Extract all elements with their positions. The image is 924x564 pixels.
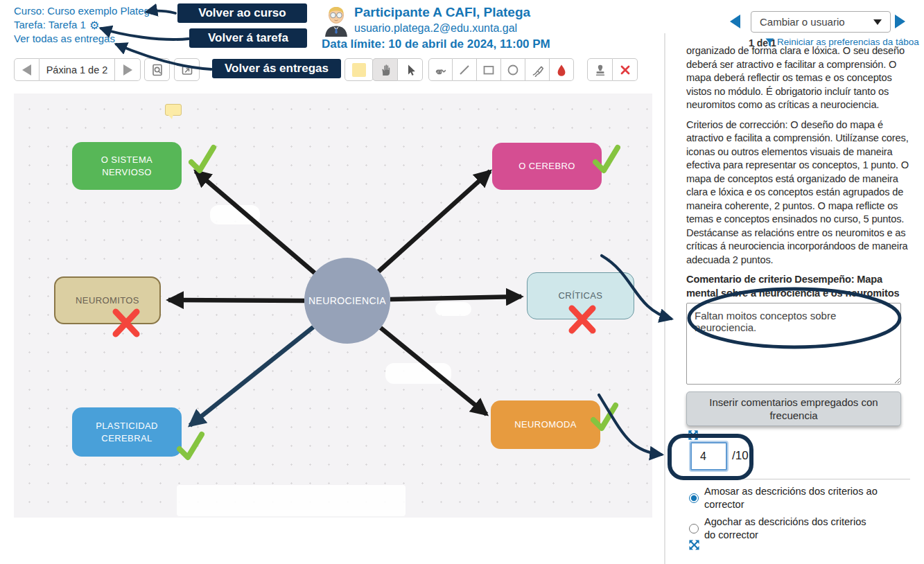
select-tool-button[interactable] <box>398 58 423 81</box>
radio-show-input[interactable] <box>689 493 699 503</box>
radio-show-descriptions: Amosar as descricións dos criterios ao c… <box>689 485 879 511</box>
radio-show-label[interactable]: Amosar as descricións dos criterios ao c… <box>704 485 879 511</box>
search-document-icon <box>150 63 164 77</box>
gear-icon[interactable]: ⚙ <box>89 19 99 32</box>
callout-back-task: Volver á tarefa <box>189 28 307 48</box>
eraser-patch <box>435 302 471 316</box>
prev-page-icon <box>22 64 31 76</box>
droplet-icon <box>555 63 568 77</box>
search-comments-button[interactable] <box>144 58 170 81</box>
pen-scribble-icon <box>434 63 448 77</box>
rectangle-tool-button[interactable] <box>477 58 501 81</box>
panel-scrollbar[interactable] <box>664 33 665 564</box>
hand-tool-button[interactable] <box>372 58 398 81</box>
expand-group <box>174 58 200 81</box>
next-user-icon[interactable] <box>895 15 905 28</box>
insert-frequent-comments-button[interactable]: Inserir comentarios empregados con frecu… <box>686 391 901 426</box>
avatar <box>323 5 349 37</box>
mindmap-node-neuromitos: NEUROMITOS <box>54 276 161 324</box>
expand-icon <box>180 63 194 77</box>
pen-tool-button[interactable] <box>428 58 453 81</box>
participant-email: usuario.platega.2@edu.xunta.gal <box>354 22 517 35</box>
comment-colour-group <box>345 58 374 81</box>
stamp-icon <box>593 63 607 77</box>
grading-app: Curso: Curso exemplo Platega Tarefa: Tar… <box>0 0 924 564</box>
radio-hide-descriptions: Agochar as descricións dos criterios do … <box>689 515 879 542</box>
callout-back-submissions: Volver ás entregas <box>212 59 341 78</box>
criteria-paragraph: Criterios de corrección: O deseño do map… <box>686 118 910 267</box>
move-icon[interactable] <box>688 430 699 441</box>
eraser-patch <box>177 485 406 516</box>
task-link-row: Tarefa: Tarefa 1⚙ <box>14 19 99 32</box>
search-comments-group <box>144 58 170 81</box>
prev-page-button[interactable] <box>14 58 40 81</box>
grade-input[interactable] <box>690 442 727 470</box>
line-icon <box>457 63 471 77</box>
check-icon[interactable] <box>189 143 216 175</box>
cursor-icon <box>403 63 417 77</box>
page-indicator[interactable]: Páxina 1 de 2 <box>40 58 115 81</box>
hand-icon <box>378 62 392 77</box>
pointer-tools-group <box>372 58 423 81</box>
next-page-icon <box>123 64 132 76</box>
delete-cross-icon <box>619 64 631 76</box>
move-icon[interactable] <box>688 539 700 551</box>
highlighter-icon <box>530 63 544 77</box>
mindmap-node-neuromoda: NEUROMODA <box>491 400 600 449</box>
oval-tool-button[interactable] <box>501 58 525 81</box>
participant-name: Participante A CAFI, Platega <box>354 5 530 20</box>
eraser-patch <box>385 363 451 384</box>
check-icon[interactable] <box>593 143 620 175</box>
assignment-description: organizado de forma clara e lóxica. O se… <box>686 44 910 302</box>
callout-back-course: Volver ao curso <box>177 3 307 23</box>
mindmap-node-sistema-nervioso: O SISTEMA NERVIOSO <box>72 142 182 190</box>
check-icon[interactable] <box>591 400 618 432</box>
comment-bubble-icon[interactable] <box>165 104 182 116</box>
criterion-comment-textarea[interactable]: Faltan moitos conceptos sobre neurocienc… <box>686 303 901 385</box>
mindmap-node-plasticidad: PLASTICIDAD CEREBRAL <box>72 407 182 457</box>
task-link[interactable]: Tarefa: Tarefa 1 <box>14 19 86 30</box>
yellow-swatch-icon <box>352 63 366 77</box>
delete-tool-button[interactable] <box>613 58 638 81</box>
comment-colour-button[interactable] <box>345 58 374 81</box>
next-page-button[interactable] <box>115 58 141 81</box>
mindmap-node-neurociencia: NEUROCIENCIA <box>304 258 390 344</box>
course-link[interactable]: Curso: Curso exemplo Platega <box>14 5 155 17</box>
chevron-down-icon <box>873 19 882 25</box>
circle-icon <box>506 63 520 77</box>
view-all-submissions-link[interactable]: Ver todas as entregas <box>14 33 115 44</box>
annotation-colour-button[interactable] <box>550 58 574 81</box>
stamp-tools-group <box>587 58 638 81</box>
radio-hide-label[interactable]: Agochar as descricións dos criterios do … <box>704 515 879 542</box>
draw-tools-group <box>428 58 574 81</box>
radio-hide-input[interactable] <box>689 524 699 534</box>
divider <box>686 479 910 479</box>
change-user-select[interactable]: Cambiar o usuario <box>751 11 891 33</box>
stamp-tool-button[interactable] <box>587 58 613 81</box>
highlight-tool-button[interactable] <box>525 58 550 81</box>
mindmap-node-cerebro: O CEREBRO <box>492 143 602 190</box>
prev-user-icon[interactable] <box>730 15 740 28</box>
cross-icon[interactable] <box>567 303 598 335</box>
expand-button[interactable] <box>174 58 200 81</box>
change-user-label: Cambiar o usuario <box>760 16 845 28</box>
check-icon[interactable] <box>177 430 204 461</box>
page-nav-group: Páxina 1 de 2 <box>14 58 141 81</box>
criterion-comment-label: Comentario de criterio Desempeño: Mapa m… <box>686 273 910 300</box>
description-paragraph: organizado de forma clara e lóxica. O se… <box>686 44 910 112</box>
eraser-patch <box>210 205 260 224</box>
rectangle-icon <box>482 63 496 77</box>
line-tool-button[interactable] <box>453 58 477 81</box>
grade-max-label: /10 <box>732 449 749 463</box>
deadline-label: Data límite: 10 de abril de 2024, 11:00 … <box>322 37 550 51</box>
cross-icon[interactable] <box>111 307 141 339</box>
